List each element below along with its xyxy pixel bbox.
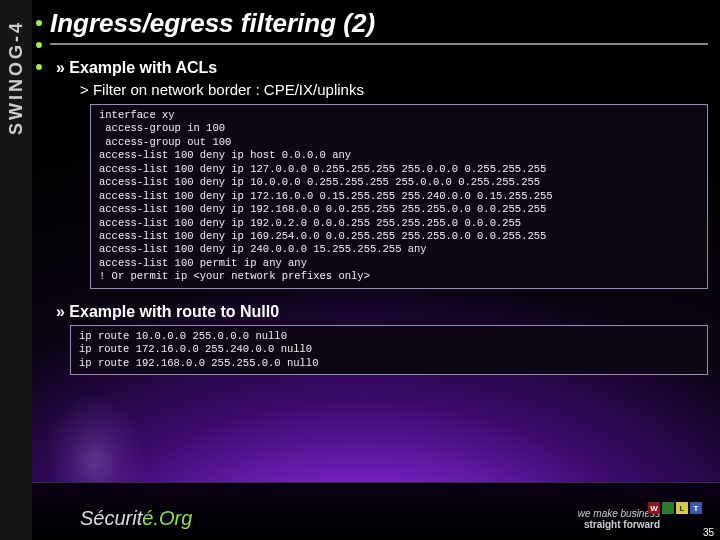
acl-code-block: interface xy access-group in 100 access-… bbox=[90, 104, 708, 289]
square bbox=[662, 502, 674, 514]
null0-code-block: ip route 10.0.0.0 255.0.0.0 null0 ip rou… bbox=[70, 325, 708, 375]
square: W bbox=[648, 502, 660, 514]
logo-text-accent: é.Org bbox=[142, 507, 192, 529]
page-number: 35 bbox=[703, 527, 714, 538]
footer: Sécurité.Org we make business straight f… bbox=[32, 482, 720, 540]
color-squares: W L T bbox=[648, 502, 702, 514]
tagline-2: straight forward bbox=[584, 519, 660, 530]
bullet-dots bbox=[36, 20, 42, 70]
logo-text: Sécurit bbox=[80, 507, 142, 529]
dot bbox=[36, 64, 42, 70]
slide-title: Ingress/egress filtering (2) bbox=[50, 8, 708, 45]
square: T bbox=[690, 502, 702, 514]
brand-logo: Sécurité.Org bbox=[80, 507, 192, 530]
section-heading: Example with route to Null0 bbox=[56, 303, 708, 321]
section-sub: Filter on network border : CPE/IX/uplink… bbox=[80, 81, 708, 98]
conference-label: SWINOG-4 bbox=[6, 20, 27, 135]
slide-content: Ingress/egress filtering (2) Example wit… bbox=[50, 8, 708, 389]
dot bbox=[36, 42, 42, 48]
section-heading: Example with ACLs bbox=[56, 59, 708, 77]
sidebar: SWINOG-4 bbox=[0, 0, 32, 540]
square: L bbox=[676, 502, 688, 514]
dot bbox=[36, 20, 42, 26]
